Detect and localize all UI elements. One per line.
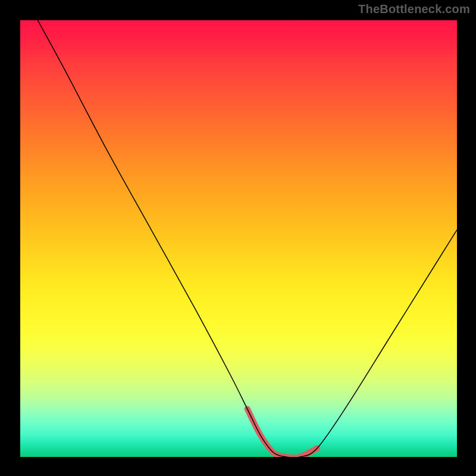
curve-layer xyxy=(20,20,457,457)
highlight-segment xyxy=(248,409,317,457)
chart-frame: TheBottleneck.com xyxy=(0,0,476,476)
bottleneck-curve xyxy=(37,20,457,457)
plot-area xyxy=(20,20,457,457)
watermark-text: TheBottleneck.com xyxy=(358,2,470,16)
